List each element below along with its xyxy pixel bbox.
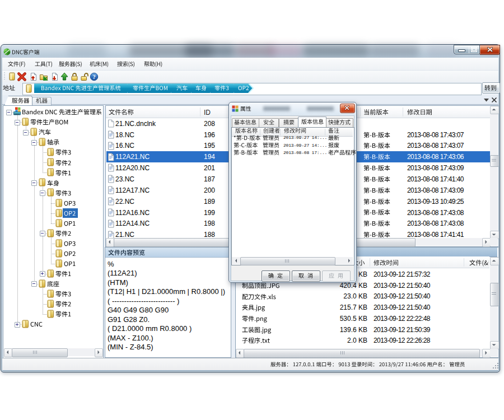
svg-text:?: ?	[92, 74, 95, 80]
